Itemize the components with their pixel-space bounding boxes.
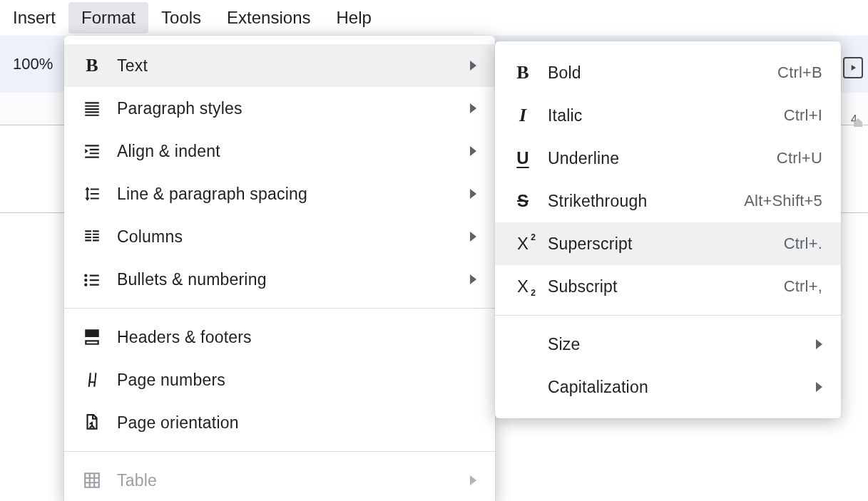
- menu-item-columns[interactable]: Columns: [64, 215, 495, 258]
- menu-extensions[interactable]: Extensions: [214, 2, 323, 33]
- menu-format[interactable]: Format: [68, 2, 148, 33]
- align-indent-icon: [81, 140, 103, 162]
- chevron-right-icon: [470, 61, 476, 71]
- menu-item-text[interactable]: B Text: [64, 44, 495, 87]
- menu-item-label: Underline: [548, 149, 762, 168]
- chevron-right-icon: [470, 103, 476, 113]
- shortcut-label: Ctrl+,: [784, 277, 822, 296]
- menu-item-line-spacing[interactable]: Line & paragraph spacing: [64, 172, 495, 215]
- menu-item-label: Table: [117, 471, 470, 490]
- menu-item-page-orientation[interactable]: Page orientation: [64, 401, 495, 444]
- shortcut-label: Ctrl+B: [777, 63, 822, 82]
- submenu-item-bold[interactable]: B Bold Ctrl+B: [495, 51, 841, 94]
- chevron-right-icon: [816, 382, 822, 392]
- headers-footers-icon: [81, 326, 103, 348]
- menu-item-label: Headers & footers: [117, 328, 476, 347]
- ruler-indent-marker[interactable]: [854, 118, 862, 128]
- menu-item-label: Paragraph styles: [117, 99, 470, 118]
- menu-item-label: Bullets & numbering: [117, 270, 470, 289]
- subscript-icon: X: [512, 276, 533, 297]
- bold-icon: B: [81, 55, 103, 76]
- submenu-item-italic[interactable]: I Italic Ctrl+I: [495, 94, 841, 137]
- submenu-item-underline[interactable]: U Underline Ctrl+U: [495, 137, 841, 180]
- text-submenu: B Bold Ctrl+B I Italic Ctrl+I U Underlin…: [495, 41, 841, 418]
- menu-item-align-indent[interactable]: Align & indent: [64, 130, 495, 172]
- mode-switch-icon[interactable]: [843, 57, 863, 78]
- table-icon: [81, 470, 103, 491]
- chevron-right-icon: [470, 232, 476, 242]
- shortcut-label: Alt+Shift+5: [744, 192, 822, 210]
- bullets-icon: [81, 269, 103, 290]
- paragraph-styles-icon: [81, 98, 103, 119]
- columns-icon: [81, 226, 103, 247]
- superscript-icon: X: [512, 233, 533, 254]
- svg-marker-0: [854, 118, 862, 127]
- line-spacing-icon: [81, 183, 103, 205]
- chevron-right-icon: [470, 146, 476, 156]
- bold-icon: B: [512, 62, 533, 83]
- menu-item-label: Superscript: [548, 234, 770, 254]
- format-menu: B Text Paragraph styles Align & indent L…: [64, 36, 495, 501]
- app-root: Insert Format Tools Extensions Help 100%…: [0, 0, 868, 501]
- menu-item-bullets-numbering[interactable]: Bullets & numbering: [64, 258, 495, 301]
- submenu-item-capitalization[interactable]: Capitalization: [495, 366, 841, 408]
- svg-rect-1: [86, 330, 98, 333]
- menu-item-label: Italic: [548, 106, 770, 125]
- menu-item-label: Strikethrough: [548, 192, 730, 211]
- submenu-item-superscript[interactable]: X Superscript Ctrl+.: [495, 222, 841, 265]
- menu-item-table: Table: [64, 459, 495, 501]
- chevron-right-icon: [470, 189, 476, 199]
- menu-item-label: Line & paragraph spacing: [117, 185, 470, 204]
- menu-divider: [64, 308, 495, 309]
- chevron-right-icon: [470, 475, 476, 485]
- menu-item-paragraph-styles[interactable]: Paragraph styles: [64, 87, 495, 130]
- menu-item-label: Page orientation: [117, 413, 476, 433]
- menubar: Insert Format Tools Extensions Help: [0, 0, 868, 36]
- menu-item-page-numbers[interactable]: Page numbers: [64, 358, 495, 401]
- submenu-item-subscript[interactable]: X Subscript Ctrl+,: [495, 265, 841, 308]
- menu-tools[interactable]: Tools: [148, 2, 214, 33]
- menu-item-label: Subscript: [548, 277, 770, 296]
- menu-divider: [495, 315, 841, 316]
- shortcut-label: Ctrl+I: [784, 106, 822, 125]
- shortcut-label: Ctrl+U: [777, 149, 822, 167]
- menu-divider: [64, 451, 495, 452]
- menu-item-label: Size: [548, 335, 816, 354]
- menu-item-headers-footers[interactable]: Headers & footers: [64, 316, 495, 358]
- menu-item-label: Page numbers: [117, 371, 476, 390]
- menu-item-label: Capitalization: [548, 378, 816, 397]
- menu-item-label: Columns: [117, 227, 470, 247]
- page-orientation-icon: [81, 412, 103, 433]
- page-numbers-icon: [81, 369, 103, 391]
- submenu-item-size[interactable]: Size: [495, 323, 841, 366]
- zoom-dropdown[interactable]: 100%: [13, 55, 66, 73]
- shortcut-label: Ctrl+.: [784, 234, 822, 253]
- underline-icon: U: [512, 148, 533, 169]
- menu-item-label: Bold: [548, 63, 763, 83]
- chevron-right-icon: [470, 274, 476, 284]
- menu-help[interactable]: Help: [323, 2, 384, 33]
- menu-item-label: Align & indent: [117, 142, 470, 161]
- italic-icon: I: [512, 105, 533, 126]
- strikethrough-icon: S: [512, 190, 533, 212]
- menu-insert[interactable]: Insert: [0, 2, 68, 33]
- chevron-right-icon: [816, 339, 822, 349]
- submenu-item-strikethrough[interactable]: S Strikethrough Alt+Shift+5: [495, 180, 841, 222]
- menu-item-label: Text: [117, 56, 470, 76]
